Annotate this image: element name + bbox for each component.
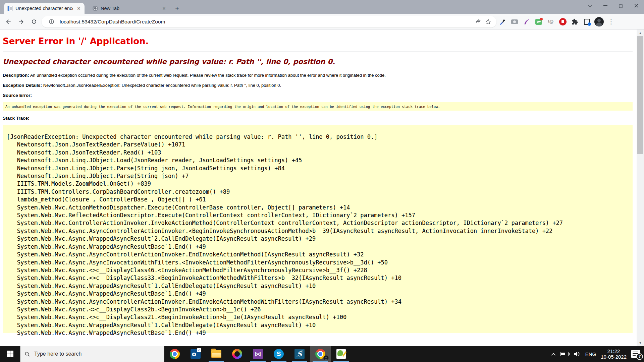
- scrollbar-down-arrow-icon[interactable]: ▼: [637, 339, 644, 346]
- taskbar-app-visual-studio[interactable]: ⋈: [248, 346, 268, 362]
- chrome-icon: [170, 349, 180, 359]
- time-text: 21:22: [607, 348, 620, 354]
- quill-extension-icon[interactable]: [521, 16, 533, 28]
- bookmark-star-icon[interactable]: [483, 17, 493, 27]
- source-error-label: Source Error:: [3, 93, 633, 98]
- volume-icon[interactable]: [573, 351, 581, 357]
- visual-studio-icon: ⋈: [253, 349, 263, 359]
- notification-center-icon[interactable]: 7: [631, 350, 640, 358]
- reload-icon[interactable]: [28, 15, 40, 28]
- ssms-icon: S: [294, 349, 305, 359]
- tab-search-chevron-icon[interactable]: [582, 0, 598, 11]
- page-info-icon[interactable]: [46, 17, 56, 27]
- description-label: Description:: [3, 73, 29, 78]
- tab-title: New Tab: [101, 6, 158, 11]
- back-icon[interactable]: [2, 15, 15, 28]
- new-tab-button[interactable]: +: [172, 4, 182, 13]
- exception-details-text: Newtonsoft.Json.JsonReaderException: Une…: [43, 83, 281, 88]
- browser-tab-error-page[interactable]: Unexpected character encounter ✕: [4, 3, 85, 14]
- tab-close-icon[interactable]: ✕: [76, 5, 82, 11]
- taskbar-app-notepadpp[interactable]: [331, 346, 352, 362]
- address-bar[interactable]: localhost:53432/CorpDashBoard/CreateZoom: [42, 16, 496, 27]
- search-input[interactable]: [34, 351, 148, 357]
- windows-logo-icon: [7, 351, 13, 357]
- source-error-box: An unhandled exception was generated dur…: [3, 102, 633, 111]
- description-line: Description: An unhandled exception occu…: [3, 73, 633, 78]
- puzzle-extensions-icon[interactable]: [569, 16, 581, 28]
- notification-badge: 7: [636, 353, 643, 360]
- share-icon[interactable]: [473, 17, 483, 27]
- navicat-icon: [232, 349, 242, 359]
- browser-toolbar: localhost:53432/CorpDashBoard/CreateZoom…: [0, 14, 644, 29]
- exception-details-line: Exception Details: Newtonsoft.Json.JsonR…: [3, 83, 633, 88]
- shortcut-extension-icon[interactable]: !@: [545, 16, 557, 28]
- stack-trace-box: [JsonReaderException: Unexpected charact…: [3, 125, 633, 333]
- eyedropper-extension-icon[interactable]: [496, 16, 508, 28]
- taskbar-app-chrome-active[interactable]: [310, 346, 331, 362]
- window-close-button[interactable]: [629, 0, 644, 11]
- taskbar-app-file-explorer[interactable]: [206, 346, 227, 362]
- window-restore-button[interactable]: [613, 0, 629, 11]
- stack-trace-text: [JsonReaderException: Unexpected charact…: [7, 133, 630, 337]
- mail-extension-icon[interactable]: [533, 16, 545, 28]
- tab-title: Unexpected character encounter: [15, 6, 73, 11]
- window-resizer-extension-icon[interactable]: [581, 16, 593, 28]
- system-tray: ENG 21:22 10-05-2022 7: [551, 346, 644, 362]
- scrollbar-thumb[interactable]: [637, 36, 643, 154]
- url-text[interactable]: localhost:53432/CorpDashBoard/CreateZoom: [60, 19, 473, 25]
- chrome-gray-favicon-icon: [93, 6, 98, 11]
- profile-avatar[interactable]: [593, 16, 605, 28]
- search-icon: [24, 351, 30, 357]
- window-minimize-button[interactable]: [598, 0, 613, 11]
- description-text: An unhandled exception occurred during t…: [30, 73, 386, 78]
- forward-icon[interactable]: [15, 15, 28, 28]
- date-text: 10-05-2022: [601, 354, 627, 360]
- taskbar-app-ssms[interactable]: S: [289, 346, 310, 362]
- battery-icon[interactable]: [560, 352, 569, 356]
- windows-taskbar: o ⋈ S S ENG 21:22 10-05-2022 7: [0, 346, 644, 362]
- outlook-icon: o: [191, 349, 201, 359]
- taskbar-app-navicat[interactable]: [227, 346, 248, 362]
- taskbar-app-outlook[interactable]: o: [185, 346, 206, 362]
- language-indicator[interactable]: ENG: [585, 351, 596, 357]
- taskbar-app-skype[interactable]: S: [268, 346, 289, 362]
- start-button[interactable]: [0, 346, 20, 362]
- skype-icon: S: [274, 349, 284, 359]
- browser-tab-strip: Unexpected character encounter ✕ New Tab…: [0, 0, 644, 14]
- scrollbar-up-arrow-icon[interactable]: ▲: [637, 29, 644, 36]
- page-scrollbar[interactable]: ▲ ▼: [637, 29, 644, 346]
- exception-details-label: Exception Details:: [3, 83, 42, 88]
- file-explorer-icon: [211, 350, 221, 358]
- menu-kebab-icon[interactable]: ⋮: [605, 16, 617, 28]
- web-page-content: Server Error in '/' Application. Unexpec…: [0, 29, 644, 346]
- stack-trace-label: Stack Trace:: [3, 116, 633, 121]
- taskbar-search-box[interactable]: [20, 346, 164, 362]
- divider: [3, 52, 633, 52]
- profile-overlay-icon: [323, 355, 329, 361]
- document-favicon-icon: [7, 6, 13, 11]
- notepadpp-icon: [336, 349, 346, 359]
- browser-tab-new-tab[interactable]: New Tab ✕: [89, 3, 170, 14]
- error-message-heading: Unexpected character encountered while p…: [3, 58, 633, 66]
- stop-hand-extension-icon[interactable]: [557, 16, 569, 28]
- taskbar-clock[interactable]: 21:22 10-05-2022: [601, 348, 627, 360]
- tray-chevron-up-icon[interactable]: [551, 353, 556, 356]
- tab-close-icon[interactable]: ✕: [161, 5, 167, 11]
- page-title: Server Error in '/' Application.: [3, 36, 633, 46]
- camera-extension-icon[interactable]: [508, 16, 521, 28]
- taskbar-app-chrome[interactable]: [164, 346, 185, 362]
